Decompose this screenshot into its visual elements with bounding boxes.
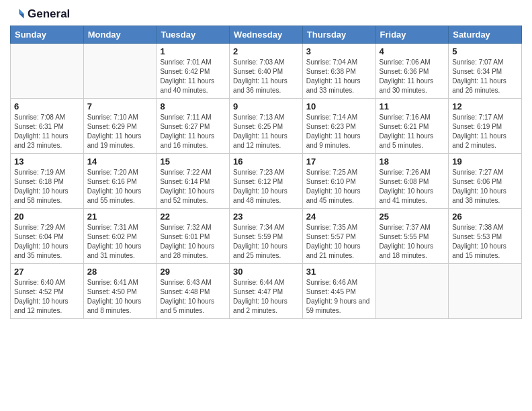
svg-marker-0: [19, 9, 24, 13]
logo: General: [10, 7, 70, 21]
calendar-cell: 28Sunrise: 6:41 AM Sunset: 4:50 PM Dayli…: [83, 264, 157, 319]
day-number: 29: [160, 267, 226, 277]
day-info: Sunrise: 7:35 AM Sunset: 5:57 PM Dayligh…: [306, 223, 372, 261]
week-row-1: 1Sunrise: 7:01 AM Sunset: 6:42 PM Daylig…: [11, 44, 522, 99]
calendar-cell: 14Sunrise: 7:20 AM Sunset: 6:16 PM Dayli…: [83, 154, 157, 209]
calendar-cell: 22Sunrise: 7:32 AM Sunset: 6:01 PM Dayli…: [157, 209, 230, 264]
day-number: 19: [452, 156, 518, 167]
logo-icon: [10, 7, 25, 21]
calendar-cell: 23Sunrise: 7:34 AM Sunset: 5:59 PM Dayli…: [230, 209, 303, 264]
day-number: 6: [14, 101, 80, 111]
weekday-header-monday: Monday: [83, 26, 157, 44]
calendar-cell: 3Sunrise: 7:04 AM Sunset: 6:38 PM Daylig…: [302, 44, 375, 99]
calendar-cell: 24Sunrise: 7:35 AM Sunset: 5:57 PM Dayli…: [302, 209, 375, 264]
day-info: Sunrise: 7:16 AM Sunset: 6:21 PM Dayligh…: [380, 113, 445, 150]
svg-marker-1: [19, 13, 24, 18]
day-info: Sunrise: 7:17 AM Sunset: 6:19 PM Dayligh…: [452, 113, 518, 150]
calendar-cell: 10Sunrise: 7:14 AM Sunset: 6:23 PM Dayli…: [302, 99, 375, 154]
day-number: 5: [452, 46, 518, 56]
calendar-table: SundayMondayTuesdayWednesdayThursdayFrid…: [10, 26, 522, 319]
calendar-cell: 8Sunrise: 7:11 AM Sunset: 6:27 PM Daylig…: [157, 99, 230, 154]
day-info: Sunrise: 7:11 AM Sunset: 6:27 PM Dayligh…: [160, 113, 226, 150]
calendar-cell: 9Sunrise: 7:13 AM Sunset: 6:25 PM Daylig…: [230, 99, 303, 154]
day-info: Sunrise: 7:31 AM Sunset: 6:02 PM Dayligh…: [87, 223, 153, 261]
day-number: 18: [380, 156, 445, 167]
day-info: Sunrise: 7:32 AM Sunset: 6:01 PM Dayligh…: [160, 223, 226, 261]
day-info: Sunrise: 7:04 AM Sunset: 6:38 PM Dayligh…: [306, 58, 372, 95]
day-number: 20: [14, 212, 80, 222]
calendar-cell: 6Sunrise: 7:08 AM Sunset: 6:31 PM Daylig…: [11, 99, 84, 154]
day-number: 22: [160, 212, 226, 222]
day-info: Sunrise: 7:06 AM Sunset: 6:36 PM Dayligh…: [380, 58, 445, 95]
calendar-cell: 12Sunrise: 7:17 AM Sunset: 6:19 PM Dayli…: [449, 99, 522, 154]
day-info: Sunrise: 7:03 AM Sunset: 6:40 PM Dayligh…: [233, 58, 299, 95]
day-info: Sunrise: 7:25 AM Sunset: 6:10 PM Dayligh…: [306, 168, 372, 205]
day-info: Sunrise: 7:07 AM Sunset: 6:34 PM Dayligh…: [452, 58, 518, 95]
calendar-cell: 21Sunrise: 7:31 AM Sunset: 6:02 PM Dayli…: [83, 209, 157, 264]
day-info: Sunrise: 6:46 AM Sunset: 4:45 PM Dayligh…: [306, 278, 372, 316]
day-number: 1: [160, 46, 226, 56]
week-row-4: 20Sunrise: 7:29 AM Sunset: 6:04 PM Dayli…: [11, 209, 522, 264]
calendar-cell: 17Sunrise: 7:25 AM Sunset: 6:10 PM Dayli…: [302, 154, 375, 209]
day-info: Sunrise: 7:10 AM Sunset: 6:29 PM Dayligh…: [87, 113, 153, 150]
calendar-cell: 26Sunrise: 7:38 AM Sunset: 5:53 PM Dayli…: [449, 209, 522, 264]
calendar-cell: 5Sunrise: 7:07 AM Sunset: 6:34 PM Daylig…: [449, 44, 522, 99]
calendar-cell: 15Sunrise: 7:22 AM Sunset: 6:14 PM Dayli…: [157, 154, 230, 209]
day-number: 2: [233, 46, 299, 56]
calendar-cell: 4Sunrise: 7:06 AM Sunset: 6:36 PM Daylig…: [375, 44, 449, 99]
calendar-cell: 30Sunrise: 6:44 AM Sunset: 4:47 PM Dayli…: [230, 264, 303, 319]
calendar-cell: [375, 264, 449, 319]
day-number: 31: [306, 267, 372, 277]
day-number: 24: [306, 212, 372, 222]
day-number: 16: [233, 156, 299, 167]
day-info: Sunrise: 7:01 AM Sunset: 6:42 PM Dayligh…: [160, 58, 226, 95]
weekday-header-saturday: Saturday: [449, 26, 522, 44]
calendar-cell: 18Sunrise: 7:26 AM Sunset: 6:08 PM Dayli…: [375, 154, 449, 209]
logo-text: General: [28, 8, 70, 21]
day-number: 21: [87, 212, 153, 222]
weekday-header-row: SundayMondayTuesdayWednesdayThursdayFrid…: [11, 26, 522, 44]
day-info: Sunrise: 7:19 AM Sunset: 6:18 PM Dayligh…: [14, 168, 80, 205]
calendar-cell: [83, 44, 157, 99]
calendar-cell: 20Sunrise: 7:29 AM Sunset: 6:04 PM Dayli…: [11, 209, 84, 264]
calendar-cell: 1Sunrise: 7:01 AM Sunset: 6:42 PM Daylig…: [157, 44, 230, 99]
day-info: Sunrise: 7:14 AM Sunset: 6:23 PM Dayligh…: [306, 113, 372, 150]
weekday-header-wednesday: Wednesday: [230, 26, 303, 44]
day-number: 30: [233, 267, 299, 277]
day-info: Sunrise: 6:40 AM Sunset: 4:52 PM Dayligh…: [14, 278, 80, 316]
calendar-cell: 27Sunrise: 6:40 AM Sunset: 4:52 PM Dayli…: [11, 264, 84, 319]
weekday-header-sunday: Sunday: [11, 26, 84, 44]
day-number: 8: [160, 101, 226, 111]
day-number: 10: [306, 101, 372, 111]
week-row-3: 13Sunrise: 7:19 AM Sunset: 6:18 PM Dayli…: [11, 154, 522, 209]
calendar-cell: [449, 264, 522, 319]
header: General: [10, 7, 522, 21]
day-info: Sunrise: 7:37 AM Sunset: 5:55 PM Dayligh…: [380, 223, 445, 261]
calendar-cell: 19Sunrise: 7:27 AM Sunset: 6:06 PM Dayli…: [449, 154, 522, 209]
day-number: 7: [87, 101, 153, 111]
day-number: 3: [306, 46, 372, 56]
calendar-cell: 7Sunrise: 7:10 AM Sunset: 6:29 PM Daylig…: [83, 99, 157, 154]
day-info: Sunrise: 7:08 AM Sunset: 6:31 PM Dayligh…: [14, 113, 80, 150]
week-row-5: 27Sunrise: 6:40 AM Sunset: 4:52 PM Dayli…: [11, 264, 522, 319]
day-info: Sunrise: 7:13 AM Sunset: 6:25 PM Dayligh…: [233, 113, 299, 150]
weekday-header-thursday: Thursday: [302, 26, 375, 44]
day-info: Sunrise: 7:34 AM Sunset: 5:59 PM Dayligh…: [233, 223, 299, 261]
calendar-cell: 11Sunrise: 7:16 AM Sunset: 6:21 PM Dayli…: [375, 99, 449, 154]
day-info: Sunrise: 6:41 AM Sunset: 4:50 PM Dayligh…: [87, 278, 153, 316]
day-number: 15: [160, 156, 226, 167]
calendar-cell: 2Sunrise: 7:03 AM Sunset: 6:40 PM Daylig…: [230, 44, 303, 99]
calendar-cell: 13Sunrise: 7:19 AM Sunset: 6:18 PM Dayli…: [11, 154, 84, 209]
calendar-cell: 16Sunrise: 7:23 AM Sunset: 6:12 PM Dayli…: [230, 154, 303, 209]
weekday-header-tuesday: Tuesday: [157, 26, 230, 44]
day-info: Sunrise: 7:26 AM Sunset: 6:08 PM Dayligh…: [380, 168, 445, 205]
day-number: 27: [14, 267, 80, 277]
day-info: Sunrise: 7:29 AM Sunset: 6:04 PM Dayligh…: [14, 223, 80, 261]
day-number: 11: [380, 101, 445, 111]
day-number: 9: [233, 101, 299, 111]
calendar-cell: 29Sunrise: 6:43 AM Sunset: 4:48 PM Dayli…: [157, 264, 230, 319]
day-number: 28: [87, 267, 153, 277]
day-number: 13: [14, 156, 80, 167]
day-info: Sunrise: 7:27 AM Sunset: 6:06 PM Dayligh…: [452, 168, 518, 205]
day-number: 12: [452, 101, 518, 111]
